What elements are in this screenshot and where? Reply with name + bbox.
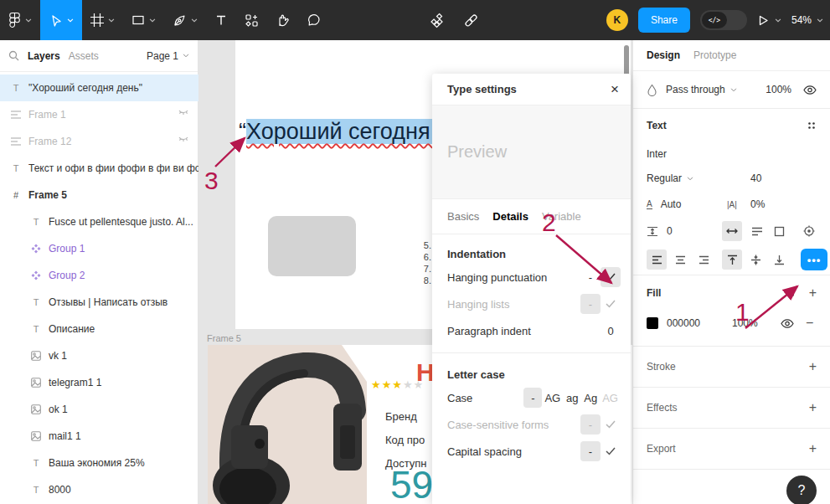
hanging-lists-on[interactable] [601,294,621,314]
layer-row-text[interactable]: T Текст и офи в фии фофи в фи ви фои фо [0,155,198,182]
selected-text-object[interactable]: “Хороший сегодня де [239,119,462,145]
hidden-eye-icon[interactable] [178,110,188,116]
type-settings-button[interactable]: ••• [801,249,827,270]
styles-icon[interactable] [786,288,796,298]
layer-row-text-selected[interactable]: T "Хороший сегодня день" [0,75,198,101]
move-tool-button[interactable] [40,0,82,40]
layer-row-text[interactable]: T Fusce ut pellentesque justo. Al... [0,208,198,235]
placeholder-rectangle[interactable] [268,216,356,276]
hanging-punctuation-on[interactable] [601,267,621,287]
case-option-upper[interactable]: AG [542,388,563,408]
add-fill-button[interactable]: + [809,285,817,301]
eye-icon[interactable] [781,319,794,328]
paragraph-indent-value[interactable]: 0 [601,325,621,337]
canvas-scrollbar[interactable] [624,45,629,77]
vertical-align-top-button[interactable] [722,249,742,270]
vertical-align-middle-button[interactable] [745,249,766,270]
case-option-smallcaps[interactable]: AG [600,388,621,408]
styles-icon[interactable] [807,121,817,131]
resources-tool-button[interactable] [236,0,267,40]
close-icon[interactable]: × [611,81,619,98]
letter-spacing-value[interactable]: 0% [750,198,765,210]
comment-tool-button[interactable] [298,0,330,40]
remove-fill-button[interactable]: − [806,316,813,331]
case-sensitive-on[interactable] [601,414,621,435]
type-variable-icon[interactable] [799,221,819,241]
zoom-menu[interactable]: 54% [791,14,823,26]
add-stroke-button[interactable]: + [809,359,817,374]
capital-spacing-off[interactable]: - [580,441,601,461]
case-option-title[interactable]: Ag [581,388,600,408]
dev-mode-toggle[interactable]: </> [700,10,747,30]
link-icon[interactable] [463,13,479,28]
color-swatch[interactable] [647,317,658,329]
highlighted-text: Хороший сегодня де [246,119,462,144]
list-number: 5. [391,239,431,251]
case-option-none[interactable]: - [523,388,542,408]
fixed-size-button[interactable] [769,221,789,241]
case-sensitive-off[interactable]: - [580,414,601,435]
add-effect-button[interactable]: + [809,400,817,415]
line-height-value[interactable]: Auto [661,198,682,210]
tab-layers[interactable]: Layers [28,50,60,62]
tab-basics[interactable]: Basics [447,210,479,223]
hidden-eye-icon[interactable] [178,136,188,143]
layer-row-group2[interactable]: Group 2 [0,262,198,289]
case-option-lower[interactable]: ag [563,388,581,408]
tab-assets[interactable]: Assets [69,50,99,62]
share-button[interactable]: Share [638,8,690,33]
row-label: Paragraph indent [447,325,601,337]
layer-row-text[interactable]: T Описание [0,316,198,342]
blend-mode-value[interactable]: Pass through [666,84,725,95]
vertical-align-bottom-button[interactable] [769,249,789,270]
layer-row-text[interactable]: T 8000 [0,476,198,503]
layer-row-text[interactable]: T Отзывы | Написать отзыв [0,289,198,316]
layer-row-image[interactable]: ok 1 [0,396,198,423]
eye-icon[interactable] [803,85,817,95]
tab-variable[interactable]: Variable [542,210,581,223]
layer-row-frame1[interactable]: Frame 1 [0,101,198,128]
align-center-button[interactable] [670,249,690,270]
shape-tool-button[interactable] [123,0,164,40]
font-weight-value[interactable]: Regular [647,172,682,184]
auto-height-button[interactable] [747,221,767,241]
hanging-lists-off[interactable]: - [580,294,601,314]
tab-design[interactable]: Design [647,49,680,61]
fill-opacity-value[interactable]: 100% [732,317,758,329]
layer-row-image[interactable]: vk 1 [0,342,198,369]
frame-name-label[interactable]: Frame 5 [207,333,241,343]
main-menu-button[interactable] [0,0,40,40]
fill-hex-value[interactable]: 000000 [667,317,700,329]
fill-section-header: Fill + [633,275,830,311]
layer-row-image[interactable]: telegram1 1 [0,369,198,396]
add-export-button[interactable]: + [809,441,817,456]
layer-row-group1[interactable]: Group 1 [0,235,198,262]
modal-header[interactable]: Type settings × [432,74,631,105]
pen-tool-button[interactable] [164,0,206,40]
frame-tool-button[interactable] [82,0,123,40]
tab-prototype[interactable]: Prototype [693,49,736,61]
layer-row-image[interactable]: mail1 1 [0,423,198,450]
text-tool-button[interactable] [206,0,236,40]
help-button[interactable]: ? [786,476,817,504]
auto-width-button[interactable] [722,221,742,241]
avatar[interactable]: K [606,9,628,31]
page-selector[interactable]: Page 1 [147,50,189,62]
paragraph-spacing-value[interactable]: 0 [667,225,673,237]
layer-row-text[interactable]: T Ваша экономия 25% [0,450,198,476]
layer-row-frame12[interactable]: Frame 12 [0,128,198,155]
tab-details[interactable]: Details [492,210,528,223]
component-diamonds-icon[interactable] [429,13,445,28]
opacity-value[interactable]: 100% [766,84,791,95]
indentation-header: Indentation [432,234,631,264]
capital-spacing-on[interactable] [601,441,621,461]
present-button[interactable] [757,14,781,27]
hanging-punctuation-off[interactable]: - [580,267,601,287]
align-left-button[interactable] [647,249,667,270]
align-right-button[interactable] [693,249,714,270]
layer-row-frame5[interactable]: # Frame 5 [0,182,198,208]
search-icon[interactable] [8,50,19,61]
font-family-row[interactable]: Inter [633,142,830,166]
hand-tool-button[interactable] [267,0,298,40]
font-size-value[interactable]: 40 [750,172,761,184]
